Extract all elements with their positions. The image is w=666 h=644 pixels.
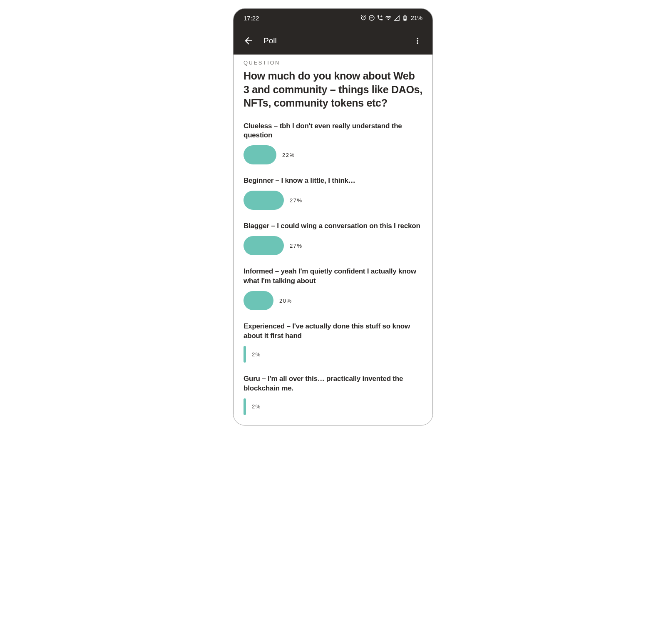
bar-row: 22% — [244, 145, 422, 164]
cell-signal-icon — [393, 15, 400, 21]
poll-option[interactable]: Beginner – I know a little, I think… 27% — [244, 176, 422, 210]
back-button[interactable] — [240, 32, 257, 49]
status-bar: 17:22 21% — [234, 9, 432, 27]
bar-fill — [244, 346, 246, 363]
bar-fill — [244, 291, 273, 310]
option-label: Experienced – I've actually done this st… — [244, 322, 422, 341]
option-label: Clueless – tbh I don't even really under… — [244, 122, 422, 141]
poll-option[interactable]: Experienced – I've actually done this st… — [244, 322, 422, 363]
option-percent: 2% — [252, 403, 261, 410]
bar-row: 2% — [244, 346, 422, 363]
question-text: How much do you know about Web 3 and com… — [244, 69, 422, 110]
arrow-back-icon — [243, 35, 254, 46]
bar-fill — [244, 398, 246, 415]
bar-fill — [244, 191, 284, 210]
option-percent: 2% — [252, 351, 261, 358]
poll-content: QUESTION How much do you know about Web … — [234, 55, 432, 425]
poll-option[interactable]: Blagger – I could wing a conversation on… — [244, 221, 422, 255]
poll-option[interactable]: Clueless – tbh I don't even really under… — [244, 122, 422, 165]
poll-option[interactable]: Informed – yeah I'm quietly confident I … — [244, 267, 422, 310]
option-percent: 27% — [290, 197, 303, 204]
battery-percent: 21% — [411, 15, 422, 21]
status-icons: 21% — [360, 15, 422, 21]
bar-row: 20% — [244, 291, 422, 310]
option-percent: 22% — [282, 152, 295, 158]
option-percent: 20% — [279, 298, 292, 304]
bar-fill — [244, 145, 276, 164]
bar-fill — [244, 236, 284, 255]
option-label: Blagger – I could wing a conversation on… — [244, 221, 422, 231]
phone-frame: 17:22 21% Poll QUESTION How much do you … — [233, 8, 433, 425]
option-label: Beginner – I know a little, I think… — [244, 176, 422, 186]
question-label: QUESTION — [244, 60, 422, 66]
bar-row: 27% — [244, 191, 422, 210]
more-button[interactable] — [409, 32, 426, 49]
option-label: Guru – I'm all over this… practically in… — [244, 374, 422, 393]
poll-option[interactable]: Guru – I'm all over this… practically in… — [244, 374, 422, 415]
option-label: Informed – yeah I'm quietly confident I … — [244, 267, 422, 286]
option-percent: 27% — [290, 243, 303, 249]
app-bar: Poll — [234, 27, 432, 55]
alarm-icon — [360, 15, 367, 21]
bar-row: 2% — [244, 398, 422, 415]
dnd-icon — [368, 15, 375, 21]
wifi-icon — [385, 15, 392, 21]
phone-wifi-icon — [377, 15, 383, 21]
status-time: 17:22 — [244, 15, 259, 22]
battery-icon — [402, 15, 408, 21]
bar-row: 27% — [244, 236, 422, 255]
app-title: Poll — [263, 36, 409, 45]
more-vert-icon — [413, 36, 422, 45]
